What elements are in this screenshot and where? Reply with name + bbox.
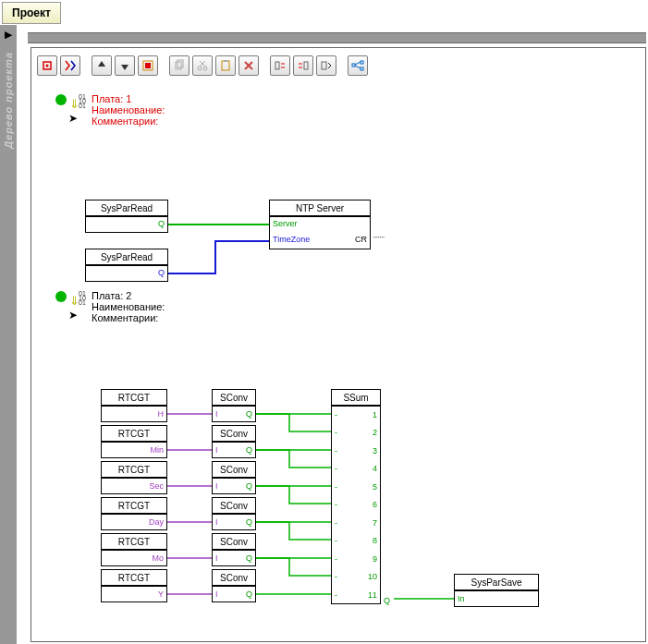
port-dash: - xyxy=(335,572,337,581)
block-rtcgt-2-body[interactable]: Min xyxy=(101,442,167,458)
port-h: H xyxy=(158,409,165,419)
status-dot-1 xyxy=(55,94,67,105)
group1-comm: Комментарии: xyxy=(92,115,158,127)
canvas[interactable]: ⇓ 011001 ➤ Плата: 1 Наименование: Коммен… xyxy=(31,47,646,642)
port-q: Q xyxy=(246,517,252,527)
block-rtcgt-1-body[interactable]: H xyxy=(101,406,167,422)
port-2: 2 xyxy=(373,428,377,437)
port-q: Q xyxy=(246,481,252,491)
port-mo: Mo xyxy=(152,553,164,563)
block-ntp-body[interactable]: Server TimeZone CR xyxy=(269,216,371,249)
block-sconv-6-body[interactable]: IQ xyxy=(212,586,256,602)
port-q: Q xyxy=(246,589,252,599)
block-sconv-6[interactable]: SConv xyxy=(212,569,256,586)
port-dash: - xyxy=(335,590,337,600)
block-sysparsave-body[interactable]: In xyxy=(454,590,539,607)
port-i: I xyxy=(215,445,218,455)
port-q: Q xyxy=(158,268,165,277)
sidebar: ▶ Дерево проекта xyxy=(0,25,17,644)
port-i: I xyxy=(215,553,218,563)
block-ssum[interactable]: SSum xyxy=(331,389,381,406)
tab-project[interactable]: Проект xyxy=(2,2,61,24)
block-rtcgt-1[interactable]: RTCGT xyxy=(101,389,167,406)
port-tz: TimeZone xyxy=(273,235,310,244)
block-sconv-2-body[interactable]: IQ xyxy=(212,442,256,458)
block-sconv-3-body[interactable]: IQ xyxy=(212,478,256,494)
port-dash: - xyxy=(335,446,337,456)
block-rtcgt-4[interactable]: RTCGT xyxy=(101,497,167,514)
group1-title: Плата: 1 xyxy=(92,93,131,104)
port-day: Day xyxy=(149,517,164,527)
ruler xyxy=(28,32,646,43)
block-rtcgt-4-body[interactable]: Day xyxy=(101,514,167,530)
port-8: 8 xyxy=(373,536,377,545)
port-5: 5 xyxy=(373,482,377,492)
port-i: I xyxy=(215,409,218,419)
port-dash: - xyxy=(335,500,337,509)
block-rtcgt-2[interactable]: RTCGT xyxy=(101,425,167,442)
block-sysparread-1[interactable]: SysParRead xyxy=(85,200,168,216)
sidebar-collapse-arrow[interactable]: ▶ xyxy=(5,29,12,41)
bits-icon-1: 011001 xyxy=(79,94,86,108)
block-rtcgt-5[interactable]: RTCGT xyxy=(101,533,167,550)
port-dash: - xyxy=(335,536,337,545)
port-y: Y xyxy=(158,589,164,599)
port-q: Q xyxy=(158,219,165,228)
port-dash: - xyxy=(335,554,337,564)
block-sconv-4[interactable]: SConv xyxy=(212,497,256,514)
play-arrow-1: ➤ xyxy=(68,112,78,125)
port-3: 3 xyxy=(373,446,377,456)
block-rtcgt-3-body[interactable]: Sec xyxy=(101,478,167,494)
port-in: In xyxy=(458,594,465,603)
port-7: 7 xyxy=(373,518,377,528)
block-rtcgt-3[interactable]: RTCGT xyxy=(101,461,167,478)
port-dash: - xyxy=(335,482,337,492)
block-sconv-4-body[interactable]: IQ xyxy=(212,514,256,530)
port-i: I xyxy=(215,589,218,599)
play-arrow-2: ➤ xyxy=(68,309,78,322)
bits-icon-2: 011001 xyxy=(79,291,86,305)
block-sconv-1-body[interactable]: IQ xyxy=(212,406,256,422)
block-ntp[interactable]: NTP Server xyxy=(269,200,371,216)
port-i: I xyxy=(215,481,218,491)
group2-title: Плата: 2 xyxy=(92,290,131,301)
block-sconv-5-body[interactable]: IQ xyxy=(212,550,256,566)
block-rtcgt-6-body[interactable]: Y xyxy=(101,586,167,602)
port-q: Q xyxy=(246,445,252,455)
group2-name: Наименование: xyxy=(92,301,165,312)
port-sec: Sec xyxy=(149,481,164,491)
port-10: 10 xyxy=(368,572,377,581)
port-dash: - xyxy=(335,410,337,419)
port-min: Min xyxy=(150,445,164,455)
port-dash: - xyxy=(335,518,337,528)
port-q: Q xyxy=(246,409,252,419)
port-6: 6 xyxy=(373,500,377,509)
sidebar-label: Дерево проекта xyxy=(3,52,14,149)
port-dash: - xyxy=(335,428,337,437)
block-sconv-2[interactable]: SConv xyxy=(212,425,256,442)
block-sconv-3[interactable]: SConv xyxy=(212,461,256,478)
port-q-ssum: Q xyxy=(384,596,390,605)
block-sconv-5[interactable]: SConv xyxy=(212,533,256,550)
block-rtcgt-6[interactable]: RTCGT xyxy=(101,569,167,586)
block-sysparsave[interactable]: SysParSave xyxy=(454,574,539,590)
status-dot-2 xyxy=(55,291,67,302)
port-server: Server xyxy=(273,219,298,228)
group1-name: Наименование: xyxy=(92,104,165,115)
block-sysparread-1-body[interactable]: Q xyxy=(85,216,168,233)
port-q: Q xyxy=(246,553,252,563)
port-i: I xyxy=(215,517,218,527)
port-11: 11 xyxy=(368,590,377,600)
port-4: 4 xyxy=(373,464,377,473)
port-1: 1 xyxy=(373,410,377,419)
block-ssum-body[interactable]: -1 -2 -3 -4 -5 -6 -7 -8 -9 -10 -11 xyxy=(331,406,381,604)
port-9: 9 xyxy=(373,554,377,564)
block-sysparread-2[interactable]: SysParRead xyxy=(85,249,168,265)
port-dash: - xyxy=(335,464,337,473)
wire-stub: ······· xyxy=(373,232,384,242)
main-area: ⇓ 011001 ➤ Плата: 1 Наименование: Коммен… xyxy=(18,25,648,644)
block-rtcgt-5-body[interactable]: Mo xyxy=(101,550,167,566)
block-sconv-1[interactable]: SConv xyxy=(212,389,256,406)
block-sysparread-2-body[interactable]: Q xyxy=(85,265,168,282)
port-cr: CR xyxy=(355,235,367,244)
